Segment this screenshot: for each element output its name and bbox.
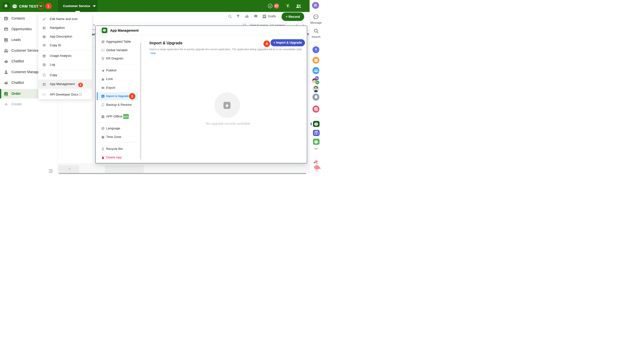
svg-text:x: x xyxy=(102,49,103,51)
